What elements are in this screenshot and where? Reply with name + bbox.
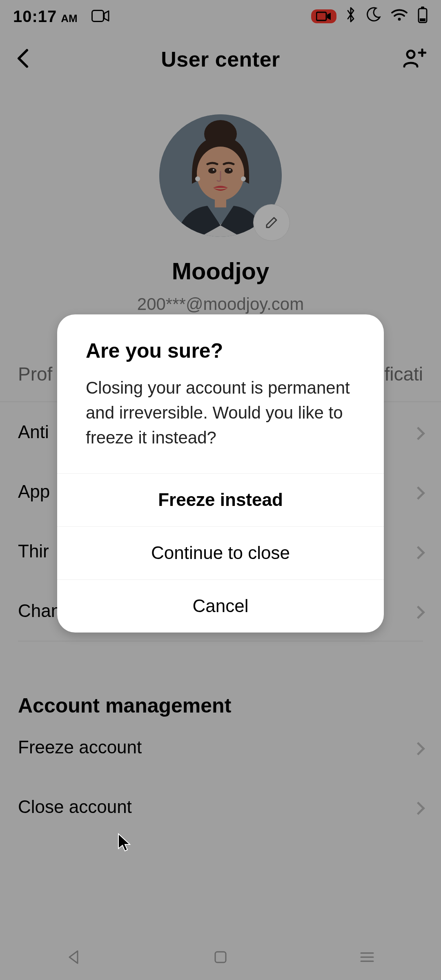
cancel-button[interactable]: Cancel — [57, 579, 384, 633]
confirm-dialog: Are you sure? Closing your account is pe… — [57, 314, 384, 633]
svg-rect-18 — [215, 952, 226, 962]
system-nav-bar — [0, 936, 441, 980]
freeze-instead-button[interactable]: Freeze instead — [57, 473, 384, 526]
dialog-title: Are you sure? — [86, 339, 355, 363]
continue-close-button[interactable]: Continue to close — [57, 526, 384, 579]
nav-home-button[interactable] — [214, 950, 227, 966]
nav-back-button[interactable] — [66, 949, 82, 967]
dialog-message: Closing your account is permanent and ir… — [86, 376, 355, 450]
nav-recents-button[interactable] — [359, 951, 375, 965]
